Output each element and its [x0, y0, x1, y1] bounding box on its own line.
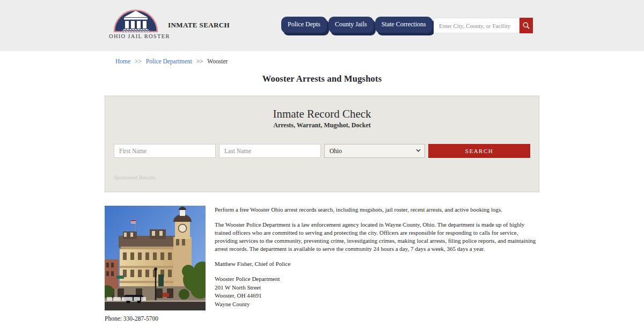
article-section: Phone: 330-287-5700 Perform a free Woost… — [105, 206, 539, 322]
last-name-input[interactable] — [219, 144, 321, 158]
record-check-subtitle: Arrests, Warrant, Mugshot, Docket — [105, 121, 539, 129]
first-name-input[interactable] — [114, 144, 216, 158]
facility-search-input[interactable] — [434, 18, 519, 33]
record-check-form: Ohio SEARCH — [114, 144, 530, 158]
site-logo[interactable]: OHIO JAIL ROSTER — [109, 6, 163, 39]
address-block: Wooster Police Department 201 W North St… — [215, 275, 539, 308]
record-check-title: Inmate Record Check — [105, 107, 539, 121]
breadcrumb-separator: >> — [135, 58, 142, 64]
nav-tab-state-corrections[interactable]: State Corrections — [375, 17, 433, 33]
courthouse-dome-icon — [113, 6, 158, 32]
record-check-search-button[interactable]: SEARCH — [428, 144, 530, 158]
magnifier-icon — [522, 21, 530, 30]
state-select[interactable]: Ohio — [324, 144, 425, 158]
address-line: Wooster Police Department — [215, 275, 539, 284]
breadcrumb-current: Wooster — [207, 58, 228, 64]
inmate-search-label: INMATE SEARCH — [168, 21, 230, 30]
breadcrumb-police-department[interactable]: Police Department — [146, 58, 192, 64]
phone-number: Phone: 330-287-5700 — [105, 315, 206, 322]
address-line: 201 W North Street — [215, 284, 539, 292]
courthouse-photo — [105, 206, 206, 310]
breadcrumb-home[interactable]: Home — [115, 58, 130, 64]
page-title: Wooster Arrests and Mugshots — [0, 74, 644, 84]
state-select-wrap: Ohio — [324, 144, 425, 158]
intro-paragraph: Perform a free Wooster Ohio arrest recor… — [215, 206, 539, 214]
inmate-record-check-panel: Inmate Record Check Arrests, Warrant, Mu… — [105, 96, 539, 192]
site-header: OHIO JAIL ROSTER INMATE SEARCH Police De… — [0, 0, 644, 51]
address-line: Wayne County — [215, 300, 539, 309]
description-paragraph: The Wooster Police Department is a law e… — [215, 221, 539, 253]
sponsored-results-label: Sponsored Results — [114, 175, 539, 180]
logo-title: OHIO JAIL ROSTER — [109, 33, 163, 39]
facility-search-button[interactable] — [519, 18, 533, 33]
chief-line: Matthew Fisher, Chief of Police — [215, 260, 539, 268]
article-text: Perform a free Wooster Ohio arrest recor… — [215, 206, 539, 308]
breadcrumb-separator: >> — [196, 58, 203, 64]
nav-tab-police-depts[interactable]: Police Depts — [281, 17, 327, 33]
photo-column: Phone: 330-287-5700 — [105, 206, 206, 322]
main-nav: Police Depts County Jails State Correcti… — [281, 17, 433, 33]
address-line: Wooster, OH 44691 — [215, 292, 539, 300]
breadcrumb: Home >> Police Department >> Wooster — [115, 58, 644, 64]
facility-search — [434, 18, 533, 33]
nav-tab-county-jails[interactable]: County Jails — [328, 17, 374, 33]
